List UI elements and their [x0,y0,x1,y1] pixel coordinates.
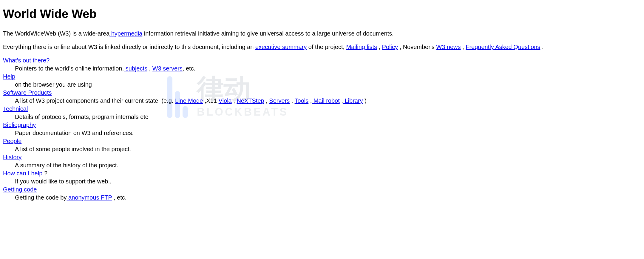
link-bibliography[interactable]: Bibliography [3,122,36,128]
link-nextstep[interactable]: NeXTStep [237,97,264,104]
howhelp-qm: ? [42,170,47,177]
sw-d8: ) [363,97,367,104]
link-executive-summary[interactable]: executive summary [255,44,307,50]
intro-paragraph: The WorldWideWeb (W3) is a wide-area hyp… [3,30,641,38]
p2-s1: Everything there is online about W3 is l… [3,44,255,50]
intro-post: information retrieval initiative aiming … [142,30,394,37]
link-viola[interactable]: Viola [219,97,232,104]
sw-d2: ,X11 [203,97,218,104]
desc-people: A list of some people involved in the pr… [15,145,641,153]
desc-whats-out-there: Pointers to the world's online informati… [15,65,641,73]
desc-how-can-i-help: If you would like to support the web.. [15,177,641,186]
link-mail-robot[interactable]: Mail robot [312,97,339,104]
link-history[interactable]: History [3,154,21,160]
sw-d3: , [232,97,237,104]
desc-technical: Details of protocols, formats, program i… [15,113,641,121]
link-people[interactable]: People [3,138,21,144]
sw-d6: , [308,97,312,104]
link-anonymous-ftp[interactable]: anonymous FTP [67,194,112,201]
sw-d7: , [340,97,343,104]
desc-getting-code: Getting the code by anonymous FTP , etc. [15,194,641,202]
p2-s6: . [540,44,543,50]
getting-d2: , etc. [112,194,126,201]
sw-d5: , [290,97,294,104]
link-w3-servers[interactable]: W3 servers [152,65,183,72]
p2-s5: , [461,44,466,50]
link-how-can-i-help[interactable]: How can I help [3,170,42,177]
desc-history: A summary of the history of the project. [15,161,641,169]
desc-software-products: A list of W3 project components and thei… [15,97,641,105]
definition-list: What's out there? Pointers to the world'… [3,56,641,202]
whats-d1: Pointers to the world's online informati… [15,65,124,72]
sw-d1: A list of W3 project components and thei… [15,97,175,104]
link-faq[interactable]: Frequently Asked Questions [466,44,540,50]
link-line-mode[interactable]: Line Mode [175,97,203,104]
whats-d2: , [147,65,152,72]
second-paragraph: Everything there is online about W3 is l… [3,43,641,51]
link-tools[interactable]: Tools [295,97,309,104]
link-whats-out-there[interactable]: What's out there? [3,57,50,64]
p2-s3: , [377,44,382,50]
link-w3-news[interactable]: W3 news [436,44,461,50]
desc-help: on the browser you are using [15,81,641,89]
link-library[interactable]: Library [343,97,363,104]
p2-s4: , November's [398,44,436,50]
page-title: World Wide Web [3,6,641,22]
link-subjects[interactable]: subjects [124,65,147,72]
p2-s2: of the project, [307,44,346,50]
getting-d1: Getting the code by [15,194,67,201]
desc-bibliography: Paper documentation on W3 and references… [15,129,641,137]
link-mailing-lists[interactable]: Mailing lists [346,44,377,50]
link-software-products[interactable]: Software Products [3,89,52,96]
sw-d4: , [264,97,269,104]
link-servers[interactable]: Servers [269,97,290,104]
link-hypermedia[interactable]: hypermedia [109,30,142,37]
link-policy[interactable]: Policy [382,44,398,50]
link-getting-code[interactable]: Getting code [3,186,37,193]
link-help[interactable]: Help [3,73,15,80]
intro-pre: The WorldWideWeb (W3) is a wide-area [3,30,109,37]
link-technical[interactable]: Technical [3,105,28,112]
whats-d3: , etc. [183,65,195,72]
